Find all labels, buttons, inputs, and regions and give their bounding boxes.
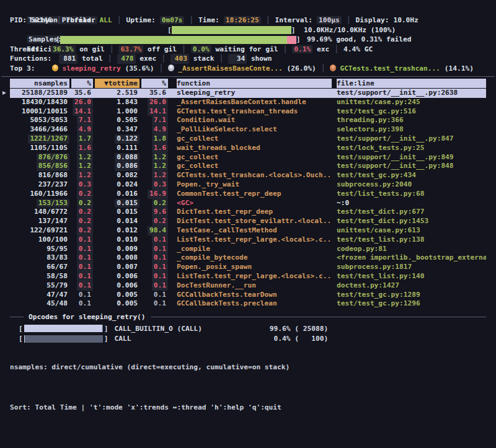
- column-header-[interactable]: %: [141, 79, 168, 88]
- cell-tottime: 1.843: [115, 98, 140, 107]
- column-header-[interactable]: %: [71, 79, 93, 88]
- cell-function-name: _compile_bytecode: [177, 253, 248, 261]
- table-row[interactable]: 100/1000.10.0100.1ListTest.test_repr_lar…: [10, 235, 486, 245]
- cell-file-line: unittest/case.py:245: [337, 98, 420, 106]
- cell-nsamples: 47/47: [45, 291, 69, 300]
- function-count-value: 403: [170, 54, 189, 63]
- cell-tottime: 0.008: [115, 253, 140, 263]
- cell-file-line: test/test_gc.py:1289: [337, 291, 420, 299]
- cell-tottime: 0.086: [115, 162, 140, 171]
- cell-function-name: Popen._try_wait: [177, 180, 239, 188]
- thread-stat-suffix: exc: [312, 45, 329, 53]
- functions-line: Functions:881 total│478 exec│403 stack│3…: [10, 54, 486, 63]
- table-row[interactable]: 160/119660.20.01616.9CommonTest.test_rep…: [10, 190, 486, 199]
- separator: │: [117, 16, 122, 24]
- table-row[interactable]: 10001/1001514.11.00014.1GCTests.test_tra…: [10, 107, 486, 116]
- cell-file-line: <frozen importlib._bootstrap_externa: [337, 253, 486, 261]
- cell-file-line: doctest.py:1427: [337, 281, 399, 289]
- samples-rate: 10.0KHz/10.0KHz (100%): [304, 25, 396, 35]
- table-row[interactable]: 55/790.10.0060.1DocTestRunner.__rundocte…: [10, 281, 486, 291]
- cell-percent-direct: 0.1: [77, 235, 93, 245]
- table-row[interactable]: 122/697210.20.01298.4TestCase._callTestM…: [10, 226, 486, 235]
- cell-percent-cumulative: 0.1: [152, 245, 168, 254]
- column-header-tottime[interactable]: ▼tottime: [95, 79, 140, 88]
- table-row[interactable]: 47/470.10.0050.1GCCallbackTests.tearDown…: [10, 291, 486, 300]
- cell-function-name: gc_collect: [177, 134, 218, 143]
- column-header-nsamples[interactable]: nsamples: [10, 79, 69, 88]
- separator: │: [321, 64, 326, 72]
- cell-percent-direct: 4.9: [77, 125, 93, 134]
- cell-nsamples: 10001/10015: [20, 107, 69, 116]
- table-row[interactable]: 83/830.10.0080.1_compile_bytecode<frozen…: [10, 253, 486, 263]
- cell-tottime: 0.505: [115, 116, 140, 125]
- cell-percent-cumulative: 0.1: [152, 253, 168, 263]
- cell-percent-cumulative: 0.1: [152, 235, 168, 245]
- table-row[interactable]: 1105/11051.60.1111.6wait_threads_blocked…: [10, 144, 486, 153]
- stat-label: PID:: [10, 16, 27, 24]
- cell-percent-cumulative: 0.1: [152, 263, 168, 272]
- table-row[interactable]: 237/2370.30.0240.3Popen._try_waitsubproc…: [10, 180, 486, 190]
- thread-stat-suffix: waiting for gil: [211, 45, 278, 53]
- cell-function-name: Popen._posix_spawn: [177, 263, 252, 271]
- cell-tottime: 0.016: [115, 190, 140, 199]
- table-row[interactable]: 153/1530.20.0150.2<GC>~:0: [10, 199, 486, 208]
- cell-nsamples: 1221/1267: [28, 134, 69, 144]
- cell-file-line: threading.py:366: [337, 116, 404, 124]
- cell-nsamples: 45/48: [45, 299, 69, 309]
- top3-function-name: _AssertRaisesBaseConte...: [178, 64, 282, 72]
- cell-file-line: test/support/__init__.py:2638: [337, 89, 458, 97]
- cell-percent-direct: 0.1: [77, 245, 93, 254]
- table-row[interactable]: 137/1470.20.0140.2DictTest.test_store_ev…: [10, 217, 486, 226]
- stat-value: 100µs: [317, 16, 342, 24]
- cell-function-name: gc_collect: [177, 162, 218, 170]
- separator: │: [159, 64, 164, 72]
- cell-nsamples: 100/100: [37, 235, 69, 245]
- column-header-fileline[interactable]: file:line: [337, 79, 486, 88]
- table-row[interactable]: 95/950.10.0090.1_compilecodeop.py:81: [10, 245, 486, 254]
- cell-nsamples: 122/69721: [28, 226, 69, 235]
- table-row[interactable]: 18430/1843026.01.84326.0_AssertRaisesBas…: [10, 98, 486, 107]
- cell-function-name: ListTest.test_repr_large.<locals>.c...: [177, 235, 332, 244]
- cell-percent-cumulative: 0.1: [152, 299, 168, 309]
- table-row[interactable]: 25188/2518935.62.51935.6sleeping_retryte…: [10, 89, 486, 98]
- cell-percent-direct: 0.2: [77, 208, 93, 217]
- table-row[interactable]: 66/670.10.0070.1Popen._posix_spawnsubpro…: [10, 263, 486, 272]
- cell-percent-cumulative: 1.2: [152, 162, 168, 171]
- table-row[interactable]: 816/8681.20.0821.2GCTests.test_trashcan.…: [10, 171, 486, 180]
- cell-function-name: GCTests.test_trashcan_threads: [177, 107, 298, 115]
- cell-tottime: 0.111: [115, 144, 140, 153]
- table-row[interactable]: 876/8761.20.0881.2gc_collecttest/support…: [10, 153, 486, 162]
- function-count-value: 34: [228, 54, 247, 63]
- cell-percent-direct: 1.2: [77, 162, 93, 171]
- samples-bar: []: [167, 25, 296, 35]
- cell-percent-direct: 14.1: [73, 107, 93, 116]
- stat-value: 18:26:25: [224, 16, 261, 24]
- stat-label: Uptime:: [126, 16, 156, 24]
- table-row[interactable]: 3466/34664.90.3474.9_PollLikeSelector.se…: [10, 125, 486, 134]
- table-row[interactable]: 45/480.10.0050.1GCCallbackTests.preclean…: [10, 299, 486, 309]
- cell-percent-cumulative: 0.2: [152, 199, 168, 208]
- column-header-function[interactable]: function: [177, 79, 332, 88]
- cell-percent-direct: 1.2: [77, 153, 93, 162]
- cell-function-name: ListTest.test_repr_large.<locals>.c...: [177, 272, 332, 280]
- separator: [1, 76, 495, 77]
- cell-percent-cumulative: 35.6: [148, 89, 168, 98]
- function-count-suffix: total: [78, 55, 102, 63]
- table-row[interactable]: 148/67720.20.0159.6DictTest.test_repr_de…: [10, 208, 486, 217]
- table-row[interactable]: 58/580.10.0060.1ListTest.test_repr_large…: [10, 272, 486, 281]
- cell-percent-direct: 1.6: [77, 144, 93, 153]
- cell-percent-cumulative: 16.9: [148, 190, 168, 199]
- cell-function-name: TestCase._callTestMethod: [177, 226, 277, 234]
- top3-percent: (14.1%): [440, 64, 474, 72]
- separator: │: [182, 45, 186, 53]
- table-row[interactable]: 1221/12671.70.1221.8gc_collecttest/suppo…: [10, 134, 486, 144]
- cell-tottime: 0.007: [115, 263, 140, 272]
- cell-percent-direct: 0.2: [77, 199, 93, 208]
- rule-segment: [10, 317, 24, 317]
- cell-nsamples: 83/83: [45, 253, 69, 263]
- table-row[interactable]: 5053/50537.10.5057.1Condition.waitthread…: [10, 116, 486, 125]
- cell-file-line: codeop.py:81: [337, 245, 387, 253]
- threads-line: Threads:36.3% on gil│63.7% off gil│0.0% …: [10, 45, 486, 54]
- top3-function-name: sleeping_retry: [62, 64, 120, 72]
- table-row[interactable]: 856/8561.20.0861.2gc_collecttest/support…: [10, 162, 486, 171]
